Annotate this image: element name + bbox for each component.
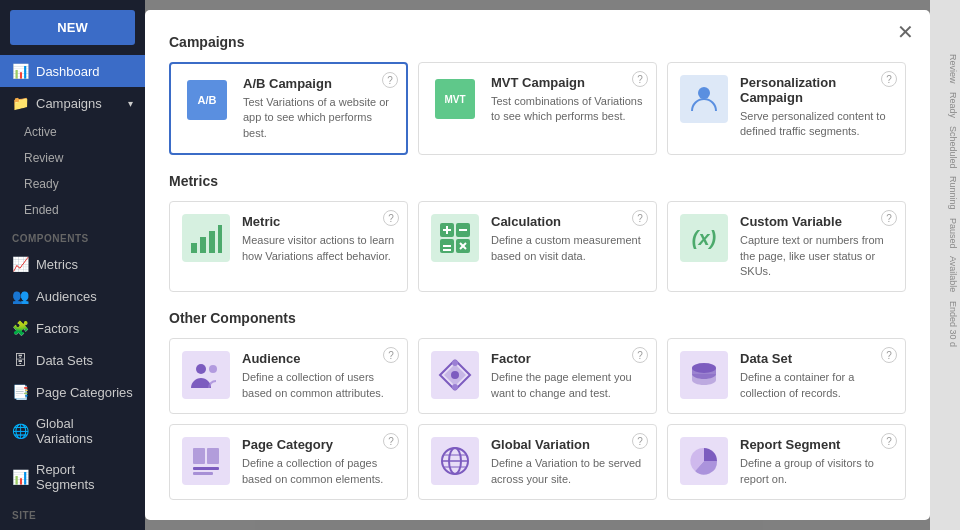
- audience-help-icon[interactable]: ?: [383, 347, 399, 363]
- audience-icon: [187, 356, 225, 394]
- components-section-label: COMPONENTS: [0, 223, 145, 248]
- audiences-icon: 👥: [12, 288, 28, 304]
- calc-help-icon[interactable]: ?: [632, 210, 648, 226]
- sidebar-item-factors[interactable]: 🧩 Factors: [0, 312, 145, 344]
- card-mvt-desc: Test combinations of Variations to see w…: [491, 94, 644, 125]
- calc-icon: [436, 219, 474, 257]
- metrics-section-title: Metrics: [169, 173, 906, 189]
- metric-icon: [187, 219, 225, 257]
- svg-rect-23: [207, 448, 219, 464]
- ab-icon: A/B: [187, 80, 227, 120]
- svg-point-17: [209, 365, 217, 373]
- globalvariations-icon: 🌐: [12, 423, 28, 439]
- ab-help-icon[interactable]: ?: [382, 72, 398, 88]
- rp-review: Review: [930, 50, 960, 88]
- sidebar-item-label: Report Segments: [36, 462, 133, 492]
- datasets-icon: 🗄: [12, 352, 28, 368]
- pagecategory-icon: [187, 442, 225, 480]
- reportsegments-icon: 📊: [12, 469, 28, 485]
- card-customvar-title: Custom Variable: [740, 214, 893, 229]
- customvar-help-icon[interactable]: ?: [881, 210, 897, 226]
- card-customvar-desc: Capture text or numbers from the page, l…: [740, 233, 893, 279]
- card-factor[interactable]: Factor Define the page element you want …: [418, 338, 657, 414]
- card-reportseg-title: Report Segment: [740, 437, 893, 452]
- modal-overlay[interactable]: ✕ Campaigns A/B A/B Campaign Test Variat…: [145, 0, 930, 530]
- svg-point-19: [452, 360, 458, 366]
- rp-available: Available: [930, 252, 960, 296]
- sidebar-item-pagecategories[interactable]: 📑 Page Categories: [0, 376, 145, 408]
- sidebar-item-globalvariations[interactable]: 🌐 Global Variations: [0, 408, 145, 454]
- svg-point-16: [196, 364, 206, 374]
- modal-close-button[interactable]: ✕: [897, 22, 914, 42]
- card-metric[interactable]: Metric Measure visitor actions to learn …: [169, 201, 408, 292]
- sidebar-item-audiences[interactable]: 👥 Audiences: [0, 280, 145, 312]
- svg-rect-4: [218, 225, 222, 253]
- campaigns-cards-grid: A/B A/B Campaign Test Variations of a we…: [169, 62, 906, 155]
- card-ab-desc: Test Variations of a website or app to s…: [243, 95, 394, 141]
- sidebar-item-label: Data Sets: [36, 353, 93, 368]
- rp-paused: Paused: [930, 214, 960, 253]
- metrics-cards-grid: Metric Measure visitor actions to learn …: [169, 201, 906, 292]
- card-dataset[interactable]: Data Set Define a container for a collec…: [667, 338, 906, 414]
- svg-point-20: [452, 384, 458, 390]
- svg-rect-3: [209, 231, 215, 253]
- sidebar-sub-ended[interactable]: Ended: [0, 197, 145, 223]
- rp-running: Running: [930, 172, 960, 214]
- card-page-category[interactable]: Page Category Define a collection of pag…: [169, 424, 408, 500]
- card-global-variation[interactable]: Global Variation Define a Variation to b…: [418, 424, 657, 500]
- sidebar: NEW 📊 Dashboard 📁 Campaigns ▾ Active Rev…: [0, 0, 145, 530]
- dataset-icon: [685, 356, 723, 394]
- card-ab-campaign[interactable]: A/B A/B Campaign Test Variations of a we…: [169, 62, 408, 155]
- svg-rect-24: [193, 467, 219, 470]
- metric-help-icon[interactable]: ?: [383, 210, 399, 226]
- sidebar-sub-active[interactable]: Active: [0, 119, 145, 145]
- campaigns-icon: 📁: [12, 95, 28, 111]
- sidebar-item-campaigns[interactable]: 📁 Campaigns ▾: [0, 87, 145, 119]
- mvt-help-icon[interactable]: ?: [632, 71, 648, 87]
- pagecategory-help-icon[interactable]: ?: [383, 433, 399, 449]
- other-components-section-title: Other Components: [169, 310, 906, 326]
- svg-rect-2: [200, 237, 206, 253]
- card-globalvar-desc: Define a Variation to be served across y…: [491, 456, 644, 487]
- personalization-help-icon[interactable]: ?: [881, 71, 897, 87]
- reportseg-help-icon[interactable]: ?: [881, 433, 897, 449]
- new-button[interactable]: NEW: [10, 10, 135, 45]
- card-audience-title: Audience: [242, 351, 395, 366]
- svg-rect-1: [191, 243, 197, 253]
- custom-var-icon: (x): [692, 227, 716, 250]
- sidebar-item-datasets[interactable]: 🗄 Data Sets: [0, 344, 145, 376]
- card-pagecategory-desc: Define a collection of pages based on co…: [242, 456, 395, 487]
- svg-point-18: [451, 371, 459, 379]
- card-personalization-title: Personalization Campaign: [740, 75, 893, 105]
- globalvar-help-icon[interactable]: ?: [632, 433, 648, 449]
- card-dataset-desc: Define a container for a collection of r…: [740, 370, 893, 401]
- card-globalvar-title: Global Variation: [491, 437, 644, 452]
- sidebar-item-dashboard[interactable]: 📊 Dashboard: [0, 55, 145, 87]
- card-metric-title: Metric: [242, 214, 395, 229]
- card-dataset-title: Data Set: [740, 351, 893, 366]
- dataset-help-icon[interactable]: ?: [881, 347, 897, 363]
- svg-rect-22: [193, 448, 205, 464]
- rp-ready: Ready: [930, 88, 960, 122]
- card-calc-title: Calculation: [491, 214, 644, 229]
- chevron-down-icon: ▾: [128, 98, 133, 109]
- sidebar-item-metrics[interactable]: 📈 Metrics: [0, 248, 145, 280]
- globalvar-icon: [436, 442, 474, 480]
- card-report-segment[interactable]: Report Segment Define a group of visitor…: [667, 424, 906, 500]
- card-custom-variable[interactable]: (x) Custom Variable Capture text or numb…: [667, 201, 906, 292]
- sidebar-sub-ready[interactable]: Ready: [0, 171, 145, 197]
- sidebar-item-tools[interactable]: 🔧 Tools ›: [0, 525, 145, 530]
- card-metric-desc: Measure visitor actions to learn how Var…: [242, 233, 395, 264]
- card-personalization-campaign[interactable]: Personalization Campaign Serve personali…: [667, 62, 906, 155]
- sidebar-item-reportsegments[interactable]: 📊 Report Segments: [0, 454, 145, 500]
- card-mvt-campaign[interactable]: MVT MVT Campaign Test combinations of Va…: [418, 62, 657, 155]
- pagecategories-icon: 📑: [12, 384, 28, 400]
- factor-help-icon[interactable]: ?: [632, 347, 648, 363]
- card-calculation[interactable]: Calculation Define a custom measurement …: [418, 201, 657, 292]
- card-personalization-desc: Serve personalized content to defined tr…: [740, 109, 893, 140]
- sidebar-item-label: Audiences: [36, 289, 97, 304]
- card-audience[interactable]: Audience Define a collection of users ba…: [169, 338, 408, 414]
- card-factor-desc: Define the page element you want to chan…: [491, 370, 644, 401]
- factors-icon: 🧩: [12, 320, 28, 336]
- sidebar-sub-review[interactable]: Review: [0, 145, 145, 171]
